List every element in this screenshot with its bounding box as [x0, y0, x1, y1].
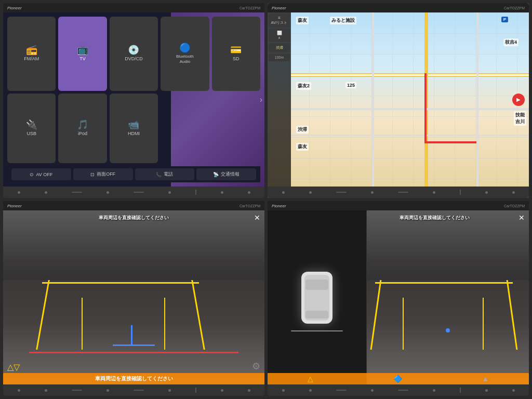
phone-button[interactable]: 📞 電話: [135, 168, 195, 180]
cam360-ctrl-5[interactable]: [485, 389, 488, 392]
ctrl-dot-5[interactable]: [221, 191, 223, 194]
cam360-model: CarTOZZPM: [504, 204, 525, 208]
av-btn-fmam[interactable]: 📻 FM/AM: [7, 17, 56, 91]
cam-ctrl-line-1: [72, 390, 82, 391]
cam360-ground: [367, 280, 529, 384]
sec-road-v: [372, 12, 374, 187]
ctrl-dot-4[interactable]: [168, 191, 171, 194]
cam-hardware-controls: [3, 384, 264, 396]
ctrl-dot-2[interactable]: [45, 191, 47, 194]
av-brand: Pioneer: [7, 6, 22, 10]
ctrl-line-1: [72, 192, 82, 193]
av-btn-tv[interactable]: 📺 TV: [58, 17, 107, 91]
traffic-button[interactable]: 📡 交通情報: [196, 168, 256, 180]
360-camera-panel: Pioneer CarTOZZPM: [268, 201, 529, 396]
cam360-close-button[interactable]: ✕: [518, 214, 525, 222]
nav-model: CarTOZZPM: [504, 6, 525, 10]
cam360-warning-bottom: △ 🔷 ▲: [268, 373, 529, 384]
cam360-topdown-view: [268, 210, 367, 384]
av-btn-dvdcd[interactable]: 💿 DVD/CD: [110, 17, 158, 91]
cam-inner-left: [82, 298, 83, 350]
cam360-ctrl-4[interactable]: [433, 389, 435, 392]
av-bottom-bar: ⊙ AV OFF ⊡ 画面OFF 📞 電話 📡 交通情報: [7, 166, 260, 182]
sec-road-h2: [291, 135, 529, 136]
usb-icon: 🔌: [26, 120, 37, 129]
cam-close-button[interactable]: ✕: [254, 214, 260, 222]
bluetooth-icon: 🔵: [179, 43, 191, 52]
cam-model: CarTOZZPM: [240, 204, 260, 208]
cam-ctrl-6[interactable]: [248, 389, 250, 392]
cam-ctrl-3[interactable]: [107, 389, 109, 392]
rear-camera-panel: Pioneer CarTOZZPM 車両周辺を直接確認してください ✕: [3, 201, 264, 396]
av-off-label: AV OFF: [36, 172, 52, 177]
cam-inner-right: [164, 298, 165, 350]
nav-scale-btn[interactable]: ⬜∧: [269, 29, 290, 42]
av-btn-usb[interactable]: 🔌 USB: [7, 94, 56, 163]
av-button-grid: 📻 FM/AM 📺 TV 💿 DVD/CD 🔵 BluetoothAudio 💳…: [7, 17, 260, 163]
nav-ctrl-4[interactable]: [433, 191, 435, 194]
cam-ctrl-5[interactable]: [221, 389, 223, 392]
cam-ctrl-1[interactable]: [18, 389, 20, 392]
cam360-icon-1: △: [308, 375, 313, 383]
cam-brand: Pioneer: [7, 204, 22, 208]
nav-ctrl-line-1: [336, 192, 347, 193]
nav-play-button[interactable]: ▶: [512, 94, 525, 106]
nav-label-moromo2: 森友2: [296, 82, 311, 90]
nav-brand: Pioneer: [272, 6, 286, 10]
nav-list-btn[interactable]: ≡AV/リスト: [269, 14, 290, 28]
nav-ctrl-2[interactable]: [309, 191, 312, 194]
hdmi-label: HDMI: [128, 131, 140, 137]
nav-label-tech: 技能吉川: [514, 111, 526, 126]
ctrl-dot-3[interactable]: [107, 191, 109, 194]
cam360-top-bar: Pioneer CarTOZZPM: [268, 201, 529, 210]
screen-off-icon: ⊡: [90, 172, 95, 177]
nav-label-moromo3: 森友: [296, 143, 309, 151]
traffic-icon: 📡: [213, 172, 219, 177]
usb-label: USB: [26, 131, 36, 137]
av-btn-hdmi[interactable]: 📹 HDMI: [110, 94, 158, 163]
cam360-guide-top: [375, 282, 513, 284]
cam-guide-top: [42, 282, 199, 284]
sec-road-h: [291, 108, 529, 110]
av-hardware-controls: [3, 187, 264, 198]
cam-bottom-right-icon[interactable]: ⚙: [252, 361, 260, 372]
cam-top-bar: Pioneer CarTOZZPM: [3, 201, 264, 210]
av-next-arrow[interactable]: ›: [260, 95, 262, 104]
av-btn-ipod[interactable]: 🎵 iPod: [58, 94, 107, 163]
cam360-ctrl-3[interactable]: [371, 389, 374, 392]
nav-top-bar: Pioneer CarTOZZPM: [268, 3, 529, 12]
nav-badge-p: P: [501, 17, 508, 22]
main-road-center: [291, 74, 529, 76]
av-screen: 📻 FM/AM 📺 TV 💿 DVD/CD 🔵 BluetoothAudio 💳…: [3, 12, 264, 187]
cam-ctrl-4[interactable]: [168, 389, 171, 392]
fmam-label: FM/AM: [24, 56, 39, 62]
cam360-screen: 車両周辺を直接確認してください ✕ △ 🔷 ▲: [268, 210, 529, 384]
nav-scale-label: 100m: [269, 54, 290, 61]
nav-ctrl-line-2: [398, 192, 408, 193]
screen-off-button[interactable]: ⊡ 画面OFF: [73, 168, 133, 180]
ctrl-dot-6[interactable]: [248, 191, 250, 194]
cam-ground: [3, 280, 264, 384]
av-btn-sd[interactable]: 💳 SD: [212, 17, 260, 91]
cam360-blue-guide: [446, 328, 450, 332]
nav-label-kobe: みると施設: [330, 17, 356, 24]
cam360-ctrl-6[interactable]: [512, 389, 515, 392]
ctrl-dot-1[interactable]: [18, 191, 20, 194]
av-btn-bluetooth[interactable]: 🔵 BluetoothAudio: [161, 17, 209, 91]
cam360-icon-2: 🔷: [393, 375, 402, 383]
nav-traffic-btn[interactable]: 渋滞: [269, 43, 290, 52]
cam360-ctrl-1[interactable]: [282, 389, 285, 392]
av-off-button[interactable]: ⊙ AV OFF: [11, 168, 71, 180]
nav-map[interactable]: ≡AV/リスト ⬜∧ 渋滞 100m 森友 みると施設 P 森友2 枝吉4 12…: [268, 12, 529, 187]
cam360-ctrl-2[interactable]: [309, 389, 312, 392]
nav-ctrl-1[interactable]: [282, 191, 285, 194]
nav-ctrl-3[interactable]: [371, 191, 374, 194]
nav-ctrl-6[interactable]: [512, 191, 515, 194]
ctrl-line-2: [134, 192, 144, 193]
nav-label-jyutai: 渋滞: [296, 126, 309, 134]
nav-ctrl-5[interactable]: [485, 191, 488, 194]
cam360-brand: Pioneer: [272, 204, 286, 208]
cam360-icon-3: ▲: [482, 375, 489, 383]
cam-ctrl-2[interactable]: [45, 389, 47, 392]
cam360-rear-view: 車両周辺を直接確認してください ✕: [367, 210, 529, 384]
